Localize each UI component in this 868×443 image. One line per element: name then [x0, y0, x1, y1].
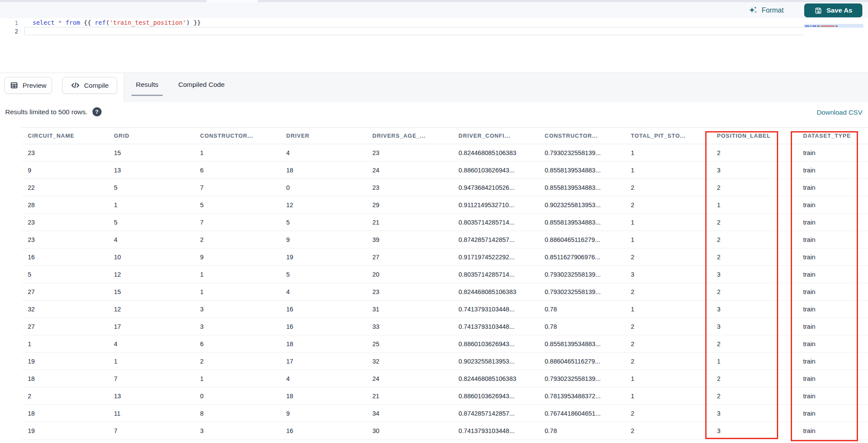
column-header: POSITION_LABEL	[711, 132, 797, 139]
tab-results[interactable]: Results	[132, 74, 163, 96]
minimap-mark	[821, 26, 835, 26]
save-as-button[interactable]: Save As	[804, 3, 862, 17]
table-cell: 27	[366, 254, 453, 261]
table-row: 281512290.9112149532710...0.902325581395…	[22, 196, 868, 214]
table-cell: 15	[108, 288, 194, 295]
table-cell: train	[797, 288, 868, 295]
table-cell: 1	[625, 306, 711, 313]
table-cell: train	[797, 202, 868, 208]
editor-action-bar: Format Save As	[0, 2, 868, 18]
table-cell: 9	[280, 236, 367, 243]
table-cell: 8	[194, 410, 280, 417]
code-token: (	[106, 19, 109, 26]
table-cell: 2	[711, 184, 797, 191]
dbt-ide-query-panel: Format Save As 1 2 select * from {{ ref(…	[0, 0, 868, 443]
table-cell: 23	[366, 288, 453, 295]
table-cell: 2	[625, 202, 711, 208]
table-cell: 11	[108, 410, 194, 417]
preview-button[interactable]: Preview	[4, 77, 52, 94]
column-header: CIRCUIT_NAME	[22, 132, 108, 139]
table-cell: 0.78	[539, 306, 625, 313]
table-cell: 0.78	[539, 427, 625, 434]
table-cell: 0.824468085106383	[453, 149, 539, 156]
table-cell: 12	[108, 271, 194, 278]
table-cell: 5	[108, 184, 194, 191]
tabs-background	[124, 73, 868, 102]
table-cell: 0.7413793103448...	[453, 306, 539, 313]
table-cell: 1	[194, 288, 280, 295]
tab-compiled-code[interactable]: Compiled Code	[174, 74, 229, 96]
minimap-viewport	[804, 24, 863, 28]
editor-active-line-box[interactable]	[24, 27, 861, 35]
table-cell: 1	[625, 375, 711, 382]
table-row: 213018210.8860103626943...0.781395348837…	[22, 387, 868, 405]
table-cell: 12	[280, 202, 367, 208]
table-cell: 2	[194, 236, 280, 243]
table-cell: train	[797, 254, 868, 261]
help-icon[interactable]: ?	[92, 107, 102, 116]
minimap-mark	[810, 26, 812, 26]
table-cell: train	[797, 271, 868, 278]
table-cell: 18	[280, 393, 367, 400]
table-cell: train	[797, 219, 868, 226]
table-cell: 33	[366, 323, 453, 330]
results-limit-text: Results limited to 500 rows.	[5, 108, 88, 116]
table-cell: 9	[194, 254, 280, 261]
table-cell: 29	[366, 202, 453, 208]
table-cell: 0.8860103626943...	[453, 341, 539, 347]
sql-code-line[interactable]: select * from {{ ref('train_test_positio…	[33, 19, 201, 26]
table-cell: 2	[711, 236, 797, 243]
table-cell: 3	[625, 271, 711, 278]
table-cell: 0.7930232558139...	[539, 271, 625, 278]
download-csv-link[interactable]: Download CSV	[817, 109, 862, 116]
table-cell: 0.8860103626943...	[453, 167, 539, 174]
table-cell: 19	[22, 358, 108, 365]
table-cell: 0.7674418604651...	[539, 410, 625, 417]
table-cell: 7	[108, 375, 194, 382]
table-cell: 16	[280, 323, 367, 330]
editor-minimap[interactable]	[804, 24, 863, 44]
table-cell: 0.9473684210526...	[453, 184, 539, 191]
table-cell: 0.7413793103448...	[453, 323, 539, 330]
table-cell: 3	[711, 410, 797, 417]
table-cell: 2	[625, 341, 711, 347]
table-cell: 24	[366, 375, 453, 382]
table-cell: 7	[194, 184, 280, 191]
format-label: Format	[762, 7, 784, 14]
results-table-header: CIRCUIT_NAMEGRIDCONSTRUCTOR...DRIVERDRIV…	[22, 127, 868, 144]
results-table-body: 231514230.8244680851063830.7930232558139…	[22, 144, 868, 440]
compile-button[interactable]: Compile	[62, 77, 117, 94]
table-cell: 0.7413793103448...	[453, 427, 539, 434]
table-cell: 0.824468085106383	[453, 375, 539, 382]
table-cell: train	[797, 375, 868, 382]
table-cell: 1	[625, 149, 711, 156]
table-cell: 1	[711, 358, 797, 365]
table-cell: 16	[280, 427, 367, 434]
format-button[interactable]: Format	[748, 5, 784, 16]
column-header: CONSTRUCTOR...	[194, 132, 280, 139]
table-cell: 39	[366, 236, 453, 243]
table-cell: 0.8558139534883...	[539, 184, 625, 191]
sql-editor[interactable]: 1 2 select * from {{ ref('train_test_pos…	[0, 18, 868, 73]
table-cell: 5	[22, 271, 108, 278]
table-cell: 1	[194, 149, 280, 156]
table-cell: 17	[280, 358, 367, 365]
table-cell: 0.7930232558139...	[539, 149, 625, 156]
table-cell: 7	[108, 427, 194, 434]
table-cell: train	[797, 149, 868, 156]
column-header: GRID	[108, 132, 194, 139]
table-cell: 5	[108, 219, 194, 226]
table-cell: 0	[194, 393, 280, 400]
table-cell: 23	[366, 149, 453, 156]
table-row: 191217320.9023255813953...0.886046511627…	[22, 353, 868, 370]
table-cell: train	[797, 358, 868, 365]
table-cell: 31	[366, 306, 453, 313]
table-cell: 32	[366, 358, 453, 365]
column-header: DATASET_TYPE	[797, 132, 868, 139]
table-cell: 21	[366, 393, 453, 400]
code-icon	[71, 81, 80, 89]
table-cell: 20	[366, 271, 453, 278]
table-cell: 2	[625, 288, 711, 295]
table-cell: 1	[108, 358, 194, 365]
table-cell: 23	[22, 236, 108, 243]
